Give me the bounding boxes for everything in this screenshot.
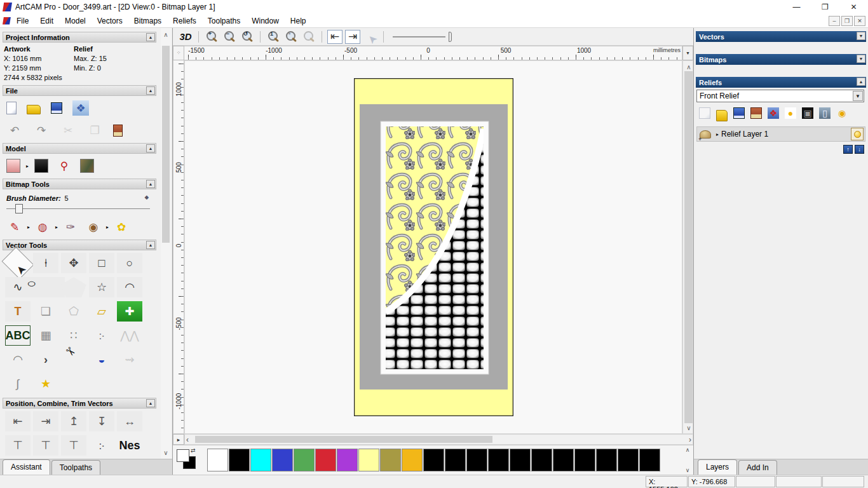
expand-bitmaps-button[interactable]: ▼ xyxy=(857,55,865,63)
measure-tool[interactable]: ▱ xyxy=(89,301,114,322)
menu-bitmaps[interactable]: Bitmaps xyxy=(128,15,167,27)
toggle-all-visibility-icon[interactable]: ◉ xyxy=(836,107,848,119)
colour-swatch-3[interactable] xyxy=(272,449,293,471)
tab-toolpaths[interactable]: Toolpaths xyxy=(51,460,100,475)
redo-icon[interactable]: ↷ xyxy=(33,123,50,138)
align-right-tool[interactable]: ⇥ xyxy=(33,411,58,431)
centre-in-page-2-tool[interactable]: ⊤ xyxy=(33,435,58,456)
paste-along-curve-tool[interactable]: ∷ xyxy=(61,325,86,346)
close-button[interactable]: ✕ xyxy=(839,0,868,14)
mdi-close-button[interactable]: ✕ xyxy=(854,16,865,26)
colour-swatch-10[interactable] xyxy=(423,449,444,471)
centre-in-page-tool[interactable]: ⊤ xyxy=(5,435,31,456)
new-model-icon[interactable] xyxy=(6,102,17,114)
canvas-vertical-scrollbar[interactable]: ∧ ∨ xyxy=(682,60,693,434)
primary-colour-swatch[interactable] xyxy=(177,449,189,462)
canvas-horizontal-scrollbar[interactable]: ‹ › xyxy=(184,434,693,445)
colour-swatch-5[interactable] xyxy=(315,449,336,471)
menu-window[interactable]: Window xyxy=(246,15,285,27)
palette-scroll-up-icon[interactable]: ∧ xyxy=(686,447,690,453)
fade-slider-knob[interactable] xyxy=(449,32,452,42)
create-rectangle-tool[interactable]: □ xyxy=(89,253,114,273)
swap-colours-icon[interactable]: ⇄ xyxy=(191,447,196,454)
spin-tool[interactable]: ◒ xyxy=(89,349,114,370)
tab-assistant[interactable]: Assistant xyxy=(3,459,50,475)
open-relief-icon[interactable] xyxy=(716,110,728,121)
flyout-arrow-icon[interactable]: ▸ xyxy=(106,224,109,230)
colour-swatch-7[interactable] xyxy=(358,449,379,471)
colour-swatch-17[interactable] xyxy=(574,449,595,471)
menu-toolpaths[interactable]: Toolpaths xyxy=(202,15,246,27)
minimize-button[interactable]: — xyxy=(782,0,811,14)
model-from-greyscale-icon[interactable] xyxy=(34,159,48,173)
palette-icon[interactable]: ◉ xyxy=(85,219,102,234)
colour-swatch-19[interactable] xyxy=(618,449,639,471)
expand-vectors-button[interactable]: ▼ xyxy=(857,32,865,40)
scroll-thumb[interactable] xyxy=(684,71,693,423)
palette-scrollbar[interactable]: ∧ ∨ xyxy=(683,447,692,473)
collapse-vector-tools-button[interactable]: ▲ xyxy=(146,241,155,249)
paste-icon[interactable] xyxy=(113,125,123,137)
restore-button[interactable]: ❐ xyxy=(811,0,839,14)
zoom-previous-icon[interactable]: ↺ xyxy=(240,30,255,44)
colour-swatch-11[interactable] xyxy=(445,449,466,471)
block-paste-tool[interactable]: ✚ xyxy=(117,301,142,322)
brush-spin-icon[interactable]: ◆ xyxy=(145,194,149,202)
create-text-tool[interactable]: T xyxy=(5,301,31,322)
drawing-canvas[interactable] xyxy=(184,60,682,434)
next-bitmap-layer-button[interactable]: ⇥ xyxy=(345,30,360,44)
flyout-arrow-icon[interactable]: ▸ xyxy=(27,224,30,230)
flyout-arrow-icon[interactable]: ▸ xyxy=(55,224,58,230)
create-arc-tool[interactable]: ◠ xyxy=(117,277,142,297)
align-bottom-tool[interactable]: ↧ xyxy=(89,411,114,431)
layer-expander-icon[interactable]: ▸ xyxy=(716,132,719,137)
texture-icon[interactable]: ✿ xyxy=(113,219,130,234)
bisector-tool[interactable]: › xyxy=(33,349,58,370)
colour-swatch-20[interactable] xyxy=(639,449,660,471)
layer-visibility-button[interactable] xyxy=(851,128,864,140)
toggle-visibility-icon[interactable]: ● xyxy=(785,107,796,119)
offset-vectors-tool[interactable]: ⬠ xyxy=(61,301,86,322)
scroll-up-icon[interactable]: ∧ xyxy=(161,29,171,39)
collapse-reliefs-button[interactable]: ▲ xyxy=(857,78,865,86)
door-artwork[interactable] xyxy=(354,78,513,416)
palette-expand-button[interactable]: ▸ xyxy=(173,434,184,445)
zoom-1to1-icon[interactable]: 1 xyxy=(266,30,281,44)
mdi-restore-button[interactable]: ❐ xyxy=(841,16,853,26)
open-model-icon[interactable] xyxy=(27,105,41,114)
colour-swatch-16[interactable] xyxy=(553,449,574,471)
delete-layer-icon[interactable]: ▯ xyxy=(819,107,831,119)
colour-swatch-2[interactable] xyxy=(250,449,271,471)
relief-layer-name[interactable]: Relief Layer 1 xyxy=(721,130,768,139)
scroll-thumb[interactable] xyxy=(195,436,492,443)
colour-swatch-14[interactable] xyxy=(510,449,531,471)
relief-layer-thumb-icon[interactable] xyxy=(700,130,711,139)
save-relief-icon[interactable] xyxy=(733,107,745,119)
tab-add-in[interactable]: Add In xyxy=(738,460,777,475)
collapse-file-button[interactable]: ▲ xyxy=(146,86,155,95)
create-circle-tool[interactable]: ○ xyxy=(117,253,142,273)
scroll-down-icon[interactable]: ∨ xyxy=(161,447,171,458)
paste-centre-tool[interactable]: ⊤ xyxy=(61,435,86,456)
scroll-up-icon[interactable]: ∧ xyxy=(684,62,694,72)
slider-handle[interactable] xyxy=(15,204,23,214)
collapse-project-button[interactable]: ▲ xyxy=(146,33,155,41)
relief-layer-row[interactable]: ▸ Relief Layer 1 xyxy=(696,126,865,142)
add-relief-layer-icon[interactable]: ❖ xyxy=(768,107,779,119)
brush-diameter-slider[interactable] xyxy=(6,203,150,215)
undo-icon[interactable]: ↶ xyxy=(6,123,23,138)
menu-vectors[interactable]: Vectors xyxy=(92,15,128,27)
tab-layers[interactable]: Layers xyxy=(698,459,737,475)
colour-swatch-0[interactable] xyxy=(207,449,228,471)
nesting-tool[interactable]: Nes xyxy=(117,435,142,456)
scatter-tool[interactable]: ჻ xyxy=(89,435,114,456)
paint-brush-icon[interactable]: ✎ xyxy=(6,219,23,234)
move-layer-down-button[interactable]: ↓ xyxy=(855,145,864,154)
collapse-bitmap-tools-button[interactable]: ▲ xyxy=(146,180,155,188)
wrap-star-tool[interactable]: ★ xyxy=(33,374,58,394)
scroll-right-icon[interactable]: › xyxy=(689,435,691,444)
scroll-left-icon[interactable]: ‹ xyxy=(186,435,189,444)
bitmaps-section-header[interactable]: Bitmaps ▼ xyxy=(696,54,866,65)
mdi-minimize-button[interactable]: – xyxy=(829,16,840,26)
fit-curve-to-points-tool[interactable]: ჻ xyxy=(89,325,114,346)
